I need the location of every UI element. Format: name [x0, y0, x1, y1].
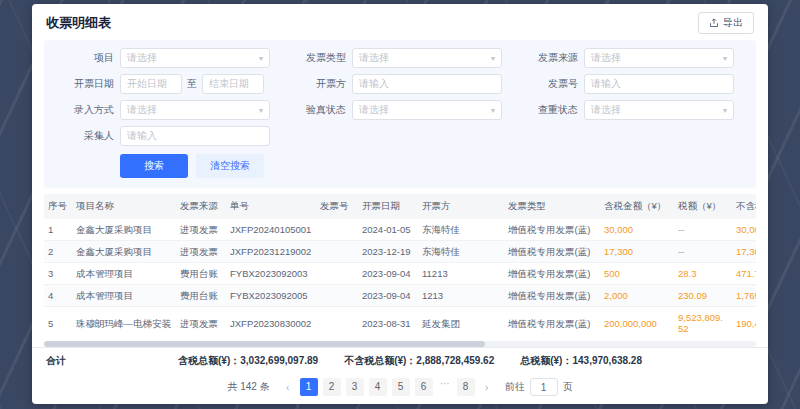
table-cell: 28.3 [674, 263, 732, 285]
project-select[interactable]: 请选择 ▾ [120, 48, 270, 68]
goto-page-input[interactable] [530, 378, 558, 396]
column-header: 序号 [44, 194, 72, 219]
table-cell: 190,476,190.48 [732, 307, 756, 340]
summary-items: 含税总额(¥)：3,032,699,097.89 不含税总额(¥)：2,888,… [66, 354, 754, 368]
chevron-down-icon: ▾ [259, 54, 263, 63]
project-select-placeholder: 请选择 [127, 51, 157, 65]
chevron-down-icon: ▾ [723, 54, 727, 63]
table-body: 1金鑫大厦采购项目进项发票JXFP202401050012024-01-05东海… [44, 219, 756, 339]
table-cell: 5 [44, 307, 72, 340]
next-page-button[interactable]: › [480, 382, 494, 393]
table-cell: 17,300 [600, 241, 674, 263]
summary-label: 合计 [46, 354, 66, 368]
table-cell: 增值税专用发票(蓝) [504, 285, 600, 307]
date-start-placeholder: 开始日期 [127, 77, 167, 91]
invoice-type-select[interactable]: 请选择 ▾ [352, 48, 502, 68]
table-cell: JXFP20231219002 [226, 241, 316, 263]
goto-label: 前往 [505, 380, 525, 394]
table-cell: 延发集团 [418, 307, 504, 340]
column-header: 发票来源 [176, 194, 226, 219]
table-row[interactable]: 5珠穆朗玛峰—电梯安装进项发票JXFP202308300022023-08-31… [44, 307, 756, 340]
date-separator: 至 [187, 77, 197, 91]
table-row[interactable]: 4成本管理项目费用台账FYBX20230920052023-09-041213增… [44, 285, 756, 307]
table-row[interactable]: 2金鑫大厦采购项目进项发票JXFP202312190022023-12-19东海… [44, 241, 756, 263]
tax-total: 总税额(¥)：143,970,638.28 [520, 354, 642, 368]
table-row[interactable]: 3成本管理项目费用台账FYBX20230920032023-09-0411213… [44, 263, 756, 285]
invoice-date-label: 开票日期 [52, 77, 114, 91]
pagination-ellipsis[interactable]: ··· [438, 378, 452, 396]
invoice-type-field: 发票类型 请选择 ▾ [284, 48, 516, 68]
pagination: 共 142 条 ‹ 123456···8 › 前往 页 [32, 374, 768, 404]
invoice-source-select[interactable]: 请选择 ▾ [584, 48, 734, 68]
collector-input-placeholder: 请输入 [127, 129, 157, 143]
issuer-input[interactable]: 请输入 [352, 74, 502, 94]
invoice-table: 序号项目名称发票来源单号发票号开票日期开票方发票类型含税金额（¥）税额（¥）不含… [44, 194, 756, 339]
prev-page-button[interactable]: ‹ [281, 382, 295, 393]
entry-mode-select-placeholder: 请选择 [127, 103, 157, 117]
date-end-input[interactable]: 结束日期 [202, 74, 264, 94]
table-cell: FYBX2023092005 [226, 285, 316, 307]
table-wrap: 序号项目名称发票来源单号发票号开票日期开票方发票类型含税金额（¥）税额（¥）不含… [44, 194, 756, 339]
table-cell: FYBX2023092003 [226, 263, 316, 285]
table-cell: -- [674, 219, 732, 241]
entry-mode-label: 录入方式 [52, 103, 114, 117]
table-cell: 30,000 [732, 219, 756, 241]
entry-mode-select[interactable]: 请选择 ▾ [120, 100, 270, 120]
date-start-input[interactable]: 开始日期 [120, 74, 182, 94]
page-button[interactable]: 8 [457, 378, 475, 396]
column-header: 开票日期 [358, 194, 418, 219]
issuer-input-placeholder: 请输入 [359, 77, 389, 91]
table-cell: 增值税专用发票(蓝) [504, 219, 600, 241]
page-button[interactable]: 2 [323, 378, 341, 396]
horizontal-scrollbar-thumb[interactable] [44, 341, 485, 347]
verify-status-select[interactable]: 请选择 ▾ [352, 100, 502, 120]
chevron-down-icon: ▾ [723, 106, 727, 115]
page-button[interactable]: 1 [300, 378, 318, 396]
export-button[interactable]: 导出 [698, 12, 754, 34]
table-cell: 4 [44, 285, 72, 307]
table-cell: 金鑫大厦采购项目 [72, 241, 176, 263]
table-cell: 2023-09-04 [358, 263, 418, 285]
dup-check-select[interactable]: 请选择 ▾ [584, 100, 734, 120]
clear-search-button[interactable]: 清空搜索 [196, 154, 264, 178]
filter-panel: 项目 请选择 ▾ 发票类型 请选择 ▾ 发票来源 请选择 ▾ [44, 40, 756, 188]
column-header: 不含税金额（¥） [732, 194, 756, 219]
untaxed-total: 不含税总额(¥)：2,888,728,459.62 [344, 354, 494, 368]
page-title: 收票明细表 [46, 14, 111, 32]
table-cell: 成本管理项目 [72, 285, 176, 307]
table-cell: 东海特佳 [418, 219, 504, 241]
issuer-field: 开票方 请输入 [284, 74, 516, 94]
table-cell: 2024-01-05 [358, 219, 418, 241]
chevron-down-icon: ▾ [259, 106, 263, 115]
filter-row-2: 开票日期 开始日期 至 结束日期 开票方 请输入 发票号 请输入 [52, 74, 748, 94]
table-cell: 2023-08-31 [358, 307, 418, 340]
table-cell: 成本管理项目 [72, 263, 176, 285]
dup-check-field: 查重状态 请选择 ▾ [516, 100, 748, 120]
verify-status-label: 验真状态 [284, 103, 346, 117]
table-cell: 9,523,809.52 [674, 307, 732, 340]
page-button[interactable]: 3 [346, 378, 364, 396]
collector-label: 采集人 [52, 129, 114, 143]
collector-input[interactable]: 请输入 [120, 126, 270, 146]
table-cell: 500 [600, 263, 674, 285]
table-cell: 2023-12-19 [358, 241, 418, 263]
table-header-row: 序号项目名称发票来源单号发票号开票日期开票方发票类型含税金额（¥）税额（¥）不含… [44, 194, 756, 219]
table-cell: 费用台账 [176, 263, 226, 285]
table-cell: 11213 [418, 263, 504, 285]
invoice-no-input[interactable]: 请输入 [584, 74, 734, 94]
page-button[interactable]: 6 [415, 378, 433, 396]
horizontal-scrollbar-track[interactable] [44, 341, 756, 347]
table-cell: 进项发票 [176, 241, 226, 263]
summary-row: 合计 含税总额(¥)：3,032,699,097.89 不含税总额(¥)：2,8… [32, 347, 768, 374]
table-cell: 增值税专用发票(蓝) [504, 307, 600, 340]
table-cell: 3 [44, 263, 72, 285]
page-button[interactable]: 5 [392, 378, 410, 396]
table-cell: 1,769.91 [732, 285, 756, 307]
table-row[interactable]: 1金鑫大厦采购项目进项发票JXFP202401050012024-01-05东海… [44, 219, 756, 241]
entry-mode-field: 录入方式 请选择 ▾ [52, 100, 284, 120]
filter-row-3: 录入方式 请选择 ▾ 验真状态 请选择 ▾ 查重状态 请选择 ▾ [52, 100, 748, 120]
project-field: 项目 请选择 ▾ [52, 48, 284, 68]
search-button[interactable]: 搜索 [120, 154, 188, 178]
page-button[interactable]: 4 [369, 378, 387, 396]
table-cell: 增值税专用发票(蓝) [504, 241, 600, 263]
